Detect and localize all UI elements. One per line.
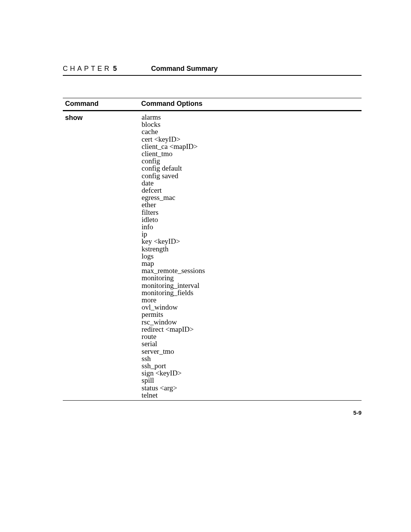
option-line: idleto	[142, 216, 361, 223]
page-number: 5-9	[353, 409, 362, 416]
option-line: defcert	[142, 187, 361, 194]
option-line: status <arg>	[142, 384, 361, 391]
option-line: route	[142, 333, 361, 340]
option-line: filters	[142, 209, 361, 216]
option-line: config default	[142, 165, 361, 172]
option-line: client_ca <mapID>	[142, 143, 361, 150]
command-table: Command Command Options show alarms bloc…	[63, 98, 362, 401]
chapter-label: CHAPTER	[63, 65, 112, 73]
column-header-command: Command	[63, 98, 141, 111]
option-line: egress_mac	[142, 194, 361, 201]
option-line: cert <keyID>	[142, 136, 361, 143]
table-row: show alarms blocks cache cert <keyID> cl…	[63, 111, 362, 401]
option-line: rsc_window	[142, 318, 361, 326]
option-line: serial	[142, 340, 361, 347]
option-line: cache	[142, 128, 361, 135]
option-line: ssh_port	[142, 362, 361, 369]
running-header: CHAPTER 5 Command Summary	[63, 65, 362, 76]
option-line: sign <keyID>	[142, 369, 361, 377]
command-options-cell: alarms blocks cache cert <keyID> client_…	[141, 111, 362, 401]
option-line: config saved	[142, 172, 361, 179]
option-line: server_tmo	[142, 348, 361, 355]
option-line: map	[142, 260, 361, 267]
table-header-row: Command Command Options	[63, 98, 362, 111]
option-line: blocks	[142, 121, 361, 128]
option-line: ovl_window	[142, 304, 361, 311]
command-table-wrap: Command Command Options show alarms bloc…	[63, 98, 362, 401]
command-name-cell: show	[63, 111, 141, 401]
option-line: info	[142, 223, 361, 230]
option-line: more	[142, 296, 361, 304]
option-line: redirect <mapID>	[142, 326, 361, 333]
option-line: telnet	[142, 391, 361, 399]
chapter-number: 5	[113, 65, 117, 73]
option-line: spill	[142, 377, 361, 384]
column-header-options: Command Options	[141, 98, 362, 111]
option-line: ip	[142, 230, 361, 238]
page-content: CHAPTER 5 Command Summary Command Comman…	[0, 0, 411, 401]
chapter-title: Command Summary	[151, 65, 218, 73]
option-line: ether	[142, 201, 361, 208]
option-line: monitoring_fields	[142, 289, 361, 296]
option-line: permits	[142, 311, 361, 318]
option-line: ssh	[142, 355, 361, 362]
option-line: kstrength	[142, 245, 361, 252]
option-line: config	[142, 157, 361, 165]
option-line: monitoring	[142, 274, 361, 281]
option-line: alarms	[142, 113, 361, 121]
option-line: key <keyID>	[142, 238, 361, 245]
option-line: logs	[142, 252, 361, 260]
option-line: client_tmo	[142, 150, 361, 157]
option-line: max_remote_sessions	[142, 267, 361, 274]
option-line: date	[142, 179, 361, 187]
option-line: monitoring_interval	[142, 282, 361, 289]
